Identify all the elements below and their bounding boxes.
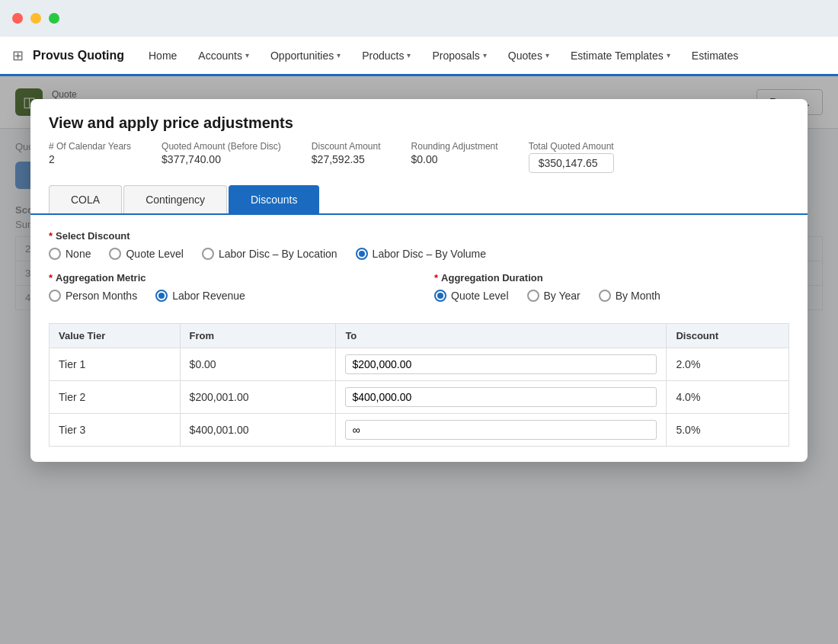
tier1-name: Tier 1: [50, 348, 181, 381]
duration-by-month-label: By Month: [616, 290, 660, 302]
aggregation-metric-label: * Aggregation Metric: [49, 272, 404, 284]
stat-calendar-years-label: # Of Calendar Years: [49, 141, 131, 152]
nav-quotes-label: Quotes: [508, 50, 542, 62]
modal-header: View and apply price adjustments: [30, 99, 808, 141]
stat-total-label: Total Quoted Amount: [529, 141, 614, 152]
aggregation-metric-label-text: Aggregation Metric: [56, 272, 146, 284]
discount-labor-by-volume[interactable]: Labor Disc – By Volume: [356, 248, 486, 260]
stat-quoted-amount-value: $377,740.00: [162, 153, 281, 165]
tab-cola-label: COLA: [71, 194, 100, 206]
metric-person-months-radio[interactable]: [49, 290, 61, 302]
nav-products-label: Products: [362, 50, 404, 62]
tier1-to-input[interactable]: [345, 354, 657, 374]
nav-home[interactable]: Home: [139, 45, 186, 66]
modal-title: View and apply price adjustments: [49, 114, 789, 132]
nav-products[interactable]: Products ▾: [353, 45, 420, 66]
stat-discount-amount-label: Discount Amount: [312, 141, 381, 152]
tier3-from: $400,001.00: [180, 414, 336, 447]
stat-total: Total Quoted Amount $350,147.65: [529, 141, 614, 173]
discount-labor-by-location[interactable]: Labor Disc – By Location: [202, 248, 337, 260]
aggregation-metric-col: * Aggregation Metric Person Months: [49, 272, 404, 314]
aggregation-duration-label-text: Aggregation Duration: [441, 272, 543, 284]
stat-quoted-amount: Quoted Amount (Before Disc) $377,740.00: [162, 141, 281, 173]
col-discount: Discount: [667, 324, 789, 348]
tier3-name: Tier 3: [50, 414, 181, 447]
duration-by-year[interactable]: By Year: [527, 290, 581, 302]
tier2-discount: 4.0%: [667, 381, 789, 414]
stat-rounding: Rounding Adjustment $0.00: [411, 141, 498, 173]
metric-labor-revenue[interactable]: Labor Revenue: [155, 290, 245, 302]
duration-by-year-radio[interactable]: [527, 290, 539, 302]
discount-none-label: None: [66, 248, 91, 260]
discount-none[interactable]: None: [49, 248, 91, 260]
traffic-light-red[interactable]: [12, 13, 23, 24]
nav-quotes[interactable]: Quotes ▾: [499, 45, 558, 66]
nav-estimate-templates-label: Estimate Templates: [571, 50, 664, 62]
nav-estimate-templates[interactable]: Estimate Templates ▾: [561, 45, 680, 66]
duration-quote-level-radio[interactable]: [434, 290, 446, 302]
nav-accounts-label: Accounts: [198, 50, 242, 62]
tier3-discount: 5.0%: [667, 414, 789, 447]
tab-discounts[interactable]: Discounts: [229, 185, 319, 213]
duration-by-month-radio[interactable]: [599, 290, 611, 302]
tier1-discount: 2.0%: [667, 348, 789, 381]
col-from: From: [180, 324, 336, 348]
metric-labor-revenue-label: Labor Revenue: [172, 290, 245, 302]
content-area: ◫ Quote Acme Consulting Partners Reque..…: [0, 76, 838, 644]
quotes-chevron: ▾: [545, 51, 549, 59]
discount-quote-level-label: Quote Level: [126, 248, 184, 260]
metric-person-months[interactable]: Person Months: [49, 290, 137, 302]
grid-icon[interactable]: ⊞: [12, 47, 24, 64]
tier3-to-input[interactable]: [345, 420, 657, 440]
duration-quote-level-label: Quote Level: [451, 290, 509, 302]
duration-quote-level[interactable]: Quote Level: [434, 290, 509, 302]
metric-labor-revenue-radio[interactable]: [155, 290, 168, 302]
aggregation-metric-group: * Aggregation Metric Person Months: [49, 272, 404, 302]
stat-rounding-label: Rounding Adjustment: [411, 141, 498, 152]
col-to: To: [336, 324, 667, 348]
aggregation-duration-options: Quote Level By Year By Month: [434, 290, 789, 302]
select-discount-options: None Quote Level Labor Disc – By Locatio…: [49, 248, 789, 260]
nav-opportunities[interactable]: Opportunities ▾: [261, 45, 350, 66]
tab-cola[interactable]: COLA: [49, 185, 122, 213]
duration-by-month[interactable]: By Month: [599, 290, 660, 302]
nav-estimates[interactable]: Estimates: [683, 45, 747, 66]
discount-labor-volume-label: Labor Disc – By Volume: [373, 248, 486, 260]
nav-accounts[interactable]: Accounts ▾: [189, 45, 258, 66]
metric-person-months-label: Person Months: [66, 290, 137, 302]
tab-contingency[interactable]: Contingency: [123, 185, 227, 213]
discount-none-radio[interactable]: [49, 248, 61, 260]
stats-row: # Of Calendar Years 2 Quoted Amount (Bef…: [30, 141, 808, 185]
traffic-light-green[interactable]: [49, 13, 59, 24]
aggregation-duration-group: * Aggregation Duration Quote Level: [434, 272, 789, 302]
nav-estimates-label: Estimates: [692, 50, 738, 62]
stat-calendar-years: # Of Calendar Years 2: [49, 141, 131, 173]
select-discount-group: * Select Discount None Quote Level: [49, 230, 789, 260]
tier-table: Value Tier From To Discount Tier 1 $0.00: [49, 323, 789, 447]
modal-body: * Select Discount None Quote Level: [30, 215, 808, 462]
discount-labor-volume-radio[interactable]: [356, 248, 368, 260]
tier-row-1: Tier 1 $0.00 2.0%: [50, 348, 789, 381]
aggregation-duration-label: * Aggregation Duration: [434, 272, 789, 284]
discount-labor-location-radio[interactable]: [202, 248, 214, 260]
tier1-to-cell: [336, 348, 667, 381]
tier2-name: Tier 2: [50, 381, 181, 414]
col-value-tier: Value Tier: [50, 324, 181, 348]
stat-quoted-amount-label: Quoted Amount (Before Disc): [162, 141, 281, 152]
tier-row-2: Tier 2 $200,001.00 4.0%: [50, 381, 789, 414]
discount-quote-level[interactable]: Quote Level: [109, 248, 184, 260]
tier2-to-cell: [336, 381, 667, 414]
nav-home-label: Home: [149, 50, 177, 62]
tier3-to-cell: [336, 414, 667, 447]
duration-by-year-label: By Year: [544, 290, 581, 302]
aggregation-duration-col: * Aggregation Duration Quote Level: [434, 272, 789, 314]
tier2-to-input[interactable]: [345, 387, 657, 407]
stat-total-value: $350,147.65: [529, 153, 614, 173]
discount-quote-level-radio[interactable]: [109, 248, 121, 260]
tier-row-3: Tier 3 $400,001.00 5.0%: [50, 414, 789, 447]
nav-proposals[interactable]: Proposals ▾: [423, 45, 495, 66]
traffic-light-yellow[interactable]: [30, 13, 41, 24]
nav-opportunities-label: Opportunities: [270, 50, 334, 62]
tab-bar: COLA Contingency Discounts: [30, 185, 808, 215]
opportunities-chevron: ▾: [337, 51, 341, 59]
